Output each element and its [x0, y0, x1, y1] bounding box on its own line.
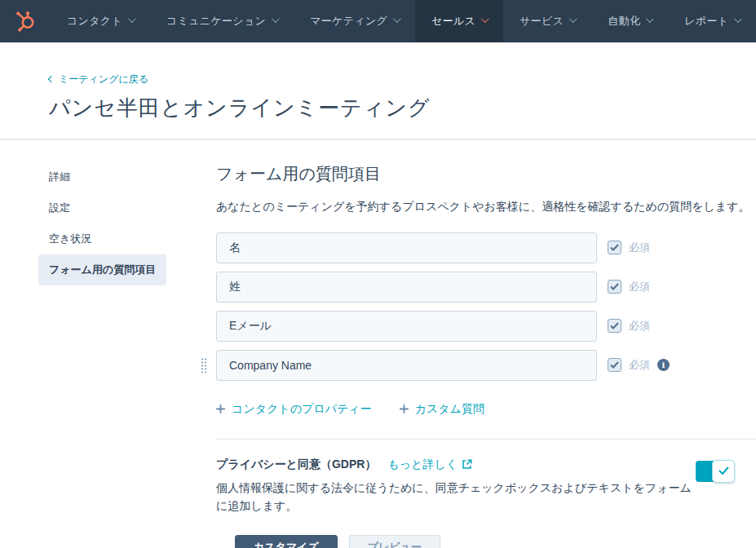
nav-item-label: 自動化: [608, 14, 640, 29]
chevron-down-icon: [481, 15, 489, 23]
nav-item-marketing[interactable]: マーケティング: [294, 0, 415, 42]
nav-item-contacts[interactable]: コンタクト: [51, 0, 150, 42]
form-questions-panel: フォーム用の質問項目 あなたとのミーティングを予約するプロスペクトやお客様に、適…: [216, 161, 756, 548]
add-contact-property-link[interactable]: コンタクトのプロパティー: [216, 402, 372, 417]
check-icon: [610, 244, 619, 251]
nav-item-reports[interactable]: レポート: [668, 0, 756, 42]
chevron-down-icon: [569, 15, 577, 23]
plus-icon: [216, 404, 225, 413]
nav-item-label: コミュニケーション: [166, 14, 266, 29]
external-link-icon: [462, 459, 472, 470]
required-control: 必須: [608, 280, 650, 294]
chevron-down-icon: [393, 15, 401, 23]
nav-item-automation[interactable]: 自動化: [591, 0, 668, 42]
top-navigation: コンタクト コミュニケーション マーケティング セールス サービス 自動化 レポ…: [0, 0, 756, 42]
nav-item-label: レポート: [684, 14, 728, 29]
gdpr-toggle[interactable]: [696, 461, 732, 482]
nav-menu: コンタクト コミュニケーション マーケティング セールス サービス 自動化 レポ…: [51, 0, 756, 42]
back-link-label: ミーティングに戻る: [59, 73, 148, 86]
nav-item-label: セールス: [431, 14, 475, 29]
required-label: 必須: [629, 280, 650, 294]
add-custom-question-link[interactable]: カスタム質問: [400, 402, 484, 417]
last-name-field[interactable]: 姓: [216, 272, 597, 303]
form-field-row: 姓 必須: [216, 272, 756, 303]
section-divider: [216, 439, 756, 440]
add-question-links: コンタクトのプロパティー カスタム質問: [216, 402, 756, 417]
gdpr-title: プライバシーと同意（GDPR）: [216, 457, 376, 472]
drag-handle-icon[interactable]: [201, 357, 207, 373]
back-to-meetings-link[interactable]: ミーティングに戻る: [49, 73, 148, 86]
sidebar-item-availability[interactable]: 空き状況: [38, 223, 216, 254]
nav-item-service[interactable]: サービス: [503, 0, 591, 42]
settings-sidebar: 詳細 設定 空き状況 フォーム用の質問項目: [38, 161, 216, 548]
gdpr-section: プライバシーと同意（GDPR） もっと詳しく 個人情報保護に関する法令に従うため…: [216, 457, 756, 515]
gdpr-description: 個人情報保護に関する法令に従うために、同意チェックボックスおよびテキストをフォー…: [216, 479, 696, 515]
nav-item-conversations[interactable]: コミュニケーション: [150, 0, 294, 42]
section-heading: フォーム用の質問項目: [216, 163, 756, 185]
page-header: ミーティングに戻る パンセ半田とオンラインミーティング: [0, 42, 756, 122]
required-label: 必須: [629, 241, 650, 255]
required-control: 必須: [608, 358, 670, 373]
hubspot-logo[interactable]: [0, 0, 51, 42]
form-field-row: 名 必須: [216, 232, 756, 263]
nav-item-sales[interactable]: セールス: [415, 0, 503, 42]
learn-more-label: もっと詳しく: [387, 457, 458, 472]
nav-item-label: マーケティング: [310, 14, 387, 29]
check-icon: [610, 361, 619, 369]
email-field[interactable]: Eメール: [216, 311, 597, 342]
nav-item-label: コンタクト: [67, 14, 122, 29]
sidebar-item-form-questions[interactable]: フォーム用の質問項目: [38, 254, 166, 285]
content-area: 詳細 設定 空き状況 フォーム用の質問項目 フォーム用の質問項目 あなたとのミー…: [0, 140, 756, 548]
required-checkbox[interactable]: [608, 358, 621, 372]
preview-button[interactable]: プレビュー: [349, 535, 440, 548]
required-control: 必須: [608, 241, 650, 255]
form-field-row: Eメール 必須: [216, 311, 756, 342]
sidebar-item-details[interactable]: 詳細: [38, 161, 216, 192]
chevron-left-icon: [48, 76, 55, 82]
gdpr-learn-more-link[interactable]: もっと詳しく: [387, 457, 472, 472]
chevron-down-icon: [734, 15, 742, 23]
gdpr-text-block: プライバシーと同意（GDPR） もっと詳しく 個人情報保護に関する法令に従うため…: [216, 457, 696, 515]
required-label: 必須: [629, 319, 650, 334]
chevron-down-icon: [646, 15, 654, 23]
check-icon: [610, 322, 619, 329]
page-title: パンセ半田とオンラインミーティング: [49, 94, 756, 122]
chevron-down-icon: [272, 15, 280, 23]
hubspot-sprocket-icon: [15, 11, 35, 32]
required-label: 必須: [629, 358, 650, 373]
nav-item-label: サービス: [519, 14, 564, 29]
required-checkbox[interactable]: [608, 280, 621, 294]
first-name-field[interactable]: 名: [216, 232, 597, 263]
form-field-row: Company Name 必須: [216, 350, 756, 381]
required-checkbox[interactable]: [608, 319, 621, 333]
add-link-label: コンタクトのプロパティー: [232, 402, 372, 417]
info-icon[interactable]: [657, 359, 670, 371]
required-checkbox[interactable]: [608, 241, 621, 254]
customize-button[interactable]: カスタマイズ: [235, 535, 338, 548]
toggle-knob: [712, 460, 735, 483]
sidebar-item-configuration[interactable]: 設定: [38, 192, 216, 223]
section-description: あなたとのミーティングを予約するプロスペクトやお客様に、適格性を確認するための質…: [216, 200, 756, 214]
chevron-down-icon: [128, 15, 136, 23]
check-icon: [610, 283, 619, 290]
check-icon: [718, 466, 729, 475]
required-control: 必須: [608, 319, 650, 334]
company-name-field[interactable]: Company Name: [216, 350, 597, 381]
add-link-label: カスタム質問: [415, 402, 484, 417]
plus-icon: [400, 404, 409, 413]
gdpr-actions: カスタマイズ プレビュー: [235, 535, 756, 548]
